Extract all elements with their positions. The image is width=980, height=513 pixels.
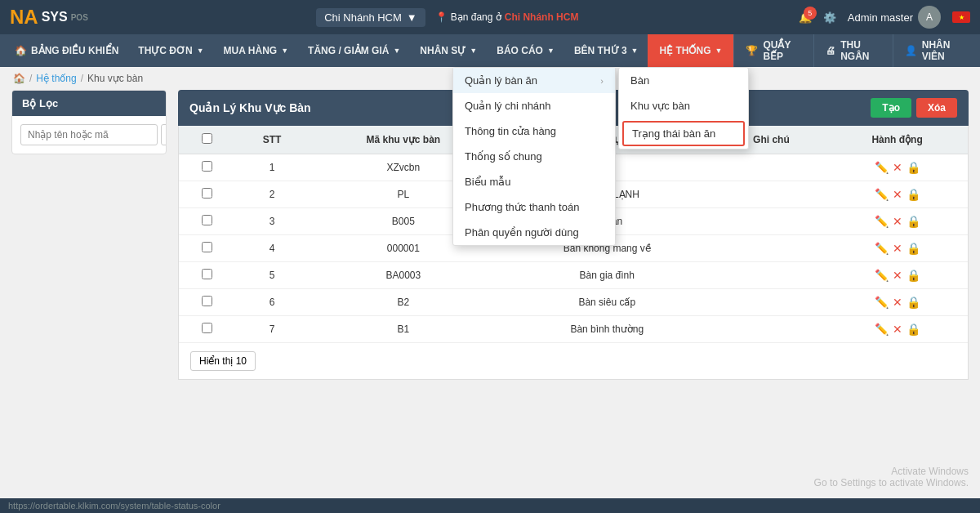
edit-icon[interactable]: ✏️ xyxy=(875,215,889,228)
delete-icon[interactable]: ✕ xyxy=(893,242,902,255)
table-row: 5 BA0003 Bàn gia đình ✏️ ✕ 🔒 xyxy=(179,262,968,289)
branch-selector[interactable]: Chi Nhánh HCM ▼ xyxy=(316,8,425,27)
nav-hr[interactable]: NHÂN SỰ ▼ xyxy=(410,34,487,67)
row-ghi-chu xyxy=(716,289,827,316)
report-caret-icon: ▼ xyxy=(547,47,555,55)
search-input[interactable] xyxy=(20,124,158,145)
nav-third-label: BÊN THỨ 3 xyxy=(574,45,627,56)
row-ghi-chu xyxy=(716,235,827,262)
row-checkbox[interactable] xyxy=(179,208,235,235)
filter-header: Bộ Lọc xyxy=(12,91,166,116)
row-actions: ✏️ ✕ 🔒 xyxy=(826,289,968,316)
nav-purchase-label: MUA HÀNG xyxy=(224,45,278,56)
delete-icon[interactable]: ✕ xyxy=(893,323,902,336)
view-icon[interactable]: 🔒 xyxy=(906,242,920,255)
logo[interactable]: NASYS POS xyxy=(10,6,88,29)
breadcrumb-sep2: / xyxy=(81,73,83,84)
row-checkbox[interactable] xyxy=(179,316,235,343)
notification-bell[interactable]: 🔔 5 xyxy=(799,11,812,24)
nav-kitchen[interactable]: 🏆 QUẦY BẾP xyxy=(733,34,813,67)
view-icon[interactable]: 🔒 xyxy=(906,269,920,282)
row-checkbox[interactable] xyxy=(179,262,235,289)
logo-pos: POS xyxy=(71,13,88,22)
branch-caret-icon: ▼ xyxy=(407,11,417,24)
select-all-checkbox[interactable] xyxy=(202,133,212,144)
delete-icon[interactable]: ✕ xyxy=(893,188,902,201)
dropdown-thanh-toan-label: Phương thức thanh toán xyxy=(465,201,579,213)
dropdown-item-cua-hang[interactable]: Thông tin cửa hàng xyxy=(453,118,615,144)
row-actions: ✏️ ✕ 🔒 xyxy=(826,262,968,289)
submenu-khu-vuc-ban[interactable]: Khu vực bàn xyxy=(619,93,748,118)
nav-purchase[interactable]: MUA HÀNG ▼ xyxy=(214,34,298,67)
hr-caret-icon: ▼ xyxy=(470,47,477,55)
edit-icon[interactable]: ✏️ xyxy=(875,188,889,201)
staff-icon: 👤 xyxy=(905,45,917,56)
breadcrumb-home[interactable]: 🏠 xyxy=(13,73,25,84)
location-highlight: Chi Nhánh HCM xyxy=(505,11,579,23)
row-ma: B1 xyxy=(309,316,498,343)
row-checkbox[interactable] xyxy=(179,181,235,208)
dropdown-cua-hang-label: Thông tin cửa hàng xyxy=(465,125,556,137)
view-icon[interactable]: 🔒 xyxy=(906,296,920,309)
ban-an-submenu: Bàn Khu vực bàn Trạng thái bàn ăn xyxy=(618,67,749,149)
delete-icon[interactable]: ✕ xyxy=(893,215,902,228)
nav-menu[interactable]: THỰC ĐƠN ▼ xyxy=(128,34,213,67)
show-limit-button[interactable]: Hiển thị 10 xyxy=(190,351,256,371)
submenu-ban[interactable]: Bàn xyxy=(619,68,748,93)
nav-third[interactable]: BÊN THỨ 3 ▼ xyxy=(564,34,648,67)
nav-menu-label: THỰC ĐƠN xyxy=(138,45,192,56)
delete-button[interactable]: Xóa xyxy=(916,98,957,118)
row-stt: 4 xyxy=(235,235,309,262)
search-button[interactable]: 🔍 xyxy=(161,124,167,145)
delete-icon[interactable]: ✕ xyxy=(893,269,902,282)
home-icon: 🏠 xyxy=(15,45,27,56)
location-info: 📍 Bạn đang ở Chi Nhánh HCM xyxy=(435,11,579,23)
nav-discount[interactable]: TĂNG / GIẢM GIÁ ▼ xyxy=(298,34,410,67)
dropdown-item-thanh-toan[interactable]: Phương thức thanh toán xyxy=(453,194,615,220)
row-actions: ✏️ ✕ 🔒 xyxy=(826,154,968,181)
create-button[interactable]: Tạo xyxy=(871,98,911,118)
dropdown-item-thong-so[interactable]: Thống số chung xyxy=(453,144,615,169)
view-icon[interactable]: 🔒 xyxy=(906,161,920,174)
col-checkbox xyxy=(179,126,235,154)
row-checkbox[interactable] xyxy=(179,154,235,181)
dropdown-item-phan-quyen[interactable]: Phân quyền người dùng xyxy=(453,220,615,245)
view-icon[interactable]: 🔒 xyxy=(906,188,920,201)
edit-icon[interactable]: ✏️ xyxy=(875,161,889,174)
dropdown-bieu-mau-label: Biểu mẫu xyxy=(465,176,510,188)
nav-report-label: BÁO CÁO xyxy=(497,45,543,56)
dropdown-thong-so-label: Thống số chung xyxy=(465,150,542,163)
search-row: 🔍 xyxy=(20,124,158,145)
view-icon[interactable]: 🔒 xyxy=(906,215,920,228)
edit-icon[interactable]: ✏️ xyxy=(875,323,889,336)
admin-area[interactable]: Admin master A xyxy=(848,6,941,29)
top-right-area: 🔔 5 ⚙️ Admin master A xyxy=(799,6,970,29)
nav-cashier[interactable]: 🖨 THU NGÂN xyxy=(813,34,893,67)
delete-icon[interactable]: ✕ xyxy=(893,296,902,309)
dropdown-item-ban-an[interactable]: Quản lý bàn ăn › xyxy=(453,68,615,93)
nav-system[interactable]: HỆ THỐNG ▼ xyxy=(648,34,733,67)
nav-dashboard[interactable]: 🏠 BẢNG ĐIỀU KHIỂN xyxy=(5,34,128,67)
row-checkbox[interactable] xyxy=(179,235,235,262)
settings-icon[interactable]: ⚙️ xyxy=(823,11,836,24)
edit-icon[interactable]: ✏️ xyxy=(875,242,889,255)
dropdown-item-bieu-mau[interactable]: Biểu mẫu xyxy=(453,169,615,194)
row-ma: BA0003 xyxy=(309,262,498,289)
submenu-trang-thai-ban-an[interactable]: Trạng thái bàn ăn xyxy=(622,121,745,146)
nav-staff[interactable]: 👤 NHÂN VIÊN xyxy=(893,34,975,67)
system-caret-icon: ▼ xyxy=(715,47,722,55)
row-ten: Bàn bình thường xyxy=(498,316,716,343)
dropdown-item-chi-nhanh[interactable]: Quản lý chi nhánh xyxy=(453,93,615,118)
breadcrumb-system[interactable]: Hệ thống xyxy=(36,73,76,84)
nav-report[interactable]: BÁO CÁO ▼ xyxy=(487,34,564,67)
view-icon[interactable]: 🔒 xyxy=(906,323,920,336)
edit-icon[interactable]: ✏️ xyxy=(875,269,889,282)
row-checkbox[interactable] xyxy=(179,289,235,316)
filter-sidebar: Bộ Lọc 🔍 xyxy=(11,90,167,380)
language-flag[interactable] xyxy=(952,11,970,23)
table-row: 6 B2 Bàn siêu cấp ✏️ ✕ 🔒 xyxy=(179,289,968,316)
edit-icon[interactable]: ✏️ xyxy=(875,296,889,309)
show-row: Hiển thị 10 xyxy=(179,343,968,379)
location-pin-icon: 📍 xyxy=(435,11,448,23)
delete-icon[interactable]: ✕ xyxy=(893,161,902,174)
